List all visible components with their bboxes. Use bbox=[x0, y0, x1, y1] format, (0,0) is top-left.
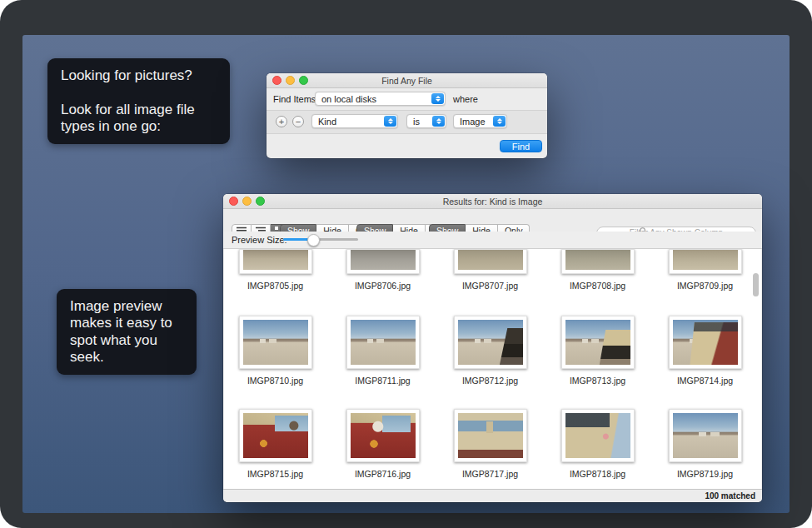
file-thumbnail[interactable] bbox=[561, 316, 635, 369]
file-name: IMGP8708.jpg bbox=[570, 281, 625, 291]
close-button[interactable] bbox=[272, 76, 281, 85]
file-item[interactable]: IMGP8712.jpg bbox=[436, 316, 544, 386]
file-name: IMGP8717.jpg bbox=[462, 469, 518, 479]
thumbnail-image bbox=[243, 250, 308, 270]
file-thumbnail[interactable] bbox=[346, 409, 420, 462]
file-item[interactable]: IMGP8716.jpg bbox=[329, 409, 436, 479]
file-thumbnail[interactable] bbox=[346, 249, 420, 274]
close-button[interactable] bbox=[229, 197, 238, 206]
thumbnail-image bbox=[458, 320, 523, 365]
file-name: IMGP8707.jpg bbox=[462, 281, 518, 291]
value-select[interactable]: Image bbox=[453, 114, 507, 128]
preview-size-bar: Preview Size: bbox=[223, 232, 762, 249]
file-thumbnail[interactable] bbox=[669, 409, 742, 462]
zoom-button[interactable] bbox=[299, 76, 308, 85]
file-item[interactable]: IMGP8706.jpg bbox=[329, 249, 436, 291]
status-bar: 100 matched bbox=[223, 489, 762, 502]
thumbnail-image bbox=[458, 250, 523, 270]
stepper-icon bbox=[431, 93, 444, 104]
match-count: 100 matched bbox=[705, 491, 755, 501]
results-window: Results for: Kind is Image View Show H bbox=[223, 194, 762, 502]
file-item[interactable]: IMGP8708.jpg bbox=[544, 249, 651, 291]
file-thumbnail[interactable] bbox=[239, 409, 312, 462]
preview-size-slider[interactable] bbox=[283, 238, 358, 241]
attribute-select[interactable]: Kind bbox=[311, 114, 398, 128]
file-thumbnail[interactable] bbox=[669, 316, 742, 369]
file-item[interactable]: IMGP8713.jpg bbox=[544, 316, 651, 386]
thumbnail-row: IMGP8710.jpgIMGP8711.jpgIMGP8712.jpgIMGP… bbox=[224, 316, 761, 386]
file-item[interactable]: IMGP8710.jpg bbox=[224, 316, 329, 386]
thumbnail-image bbox=[351, 250, 416, 270]
add-criterion-button[interactable]: + bbox=[276, 116, 287, 127]
thumbnail-image bbox=[673, 250, 738, 270]
criteria-row: + − Kind is Image bbox=[267, 110, 547, 134]
stepper-icon bbox=[432, 116, 445, 127]
file-item[interactable]: IMGP8705.jpg bbox=[224, 249, 329, 291]
window-title: Results for: Kind is Image bbox=[443, 197, 543, 207]
find-any-file-window: Find Any File Find Items on local disks … bbox=[267, 73, 547, 158]
thumbnail-row: IMGP8715.jpgIMGP8716.jpgIMGP8717.jpgIMGP… bbox=[224, 409, 761, 479]
thumbnail-image bbox=[565, 413, 630, 458]
find-button[interactable]: Find bbox=[500, 140, 542, 152]
slider-thumb[interactable] bbox=[307, 234, 320, 247]
minimize-button[interactable] bbox=[242, 197, 252, 206]
thumbnail-image bbox=[351, 413, 416, 458]
file-item[interactable]: IMGP8719.jpg bbox=[651, 409, 759, 479]
remove-criterion-button[interactable]: − bbox=[292, 116, 304, 127]
thumbnail-image bbox=[458, 413, 523, 458]
thumbnail-image bbox=[351, 320, 416, 365]
find-items-label: Find Items bbox=[273, 94, 316, 104]
stepper-icon bbox=[493, 116, 506, 127]
file-name: IMGP8718.jpg bbox=[570, 469, 625, 479]
file-thumbnail[interactable] bbox=[669, 249, 742, 274]
results-content: IMGP8705.jpgIMGP8706.jpgIMGP8707.jpgIMGP… bbox=[224, 249, 761, 489]
results-toolbar: View Show Hide Only Invisibles Show Hide… bbox=[223, 208, 762, 232]
file-item[interactable]: IMGP8718.jpg bbox=[544, 409, 651, 479]
preview-size-label: Preview Size: bbox=[232, 235, 287, 245]
callout-looking-for-pictures: Looking for pictures? Look for all image… bbox=[47, 58, 230, 144]
where-label: where bbox=[453, 94, 478, 104]
stepper-icon bbox=[384, 116, 396, 127]
window-title: Find Any File bbox=[381, 76, 432, 86]
vertical-scrollbar-thumb[interactable] bbox=[753, 273, 759, 296]
traffic-lights bbox=[272, 76, 308, 85]
file-item[interactable]: IMGP8714.jpg bbox=[651, 316, 759, 386]
file-name: IMGP8706.jpg bbox=[355, 281, 411, 291]
plus-icon: + bbox=[279, 117, 284, 127]
file-item[interactable]: IMGP8717.jpg bbox=[436, 409, 544, 479]
file-name: IMGP8714.jpg bbox=[677, 376, 733, 386]
file-item[interactable]: IMGP8715.jpg bbox=[224, 409, 329, 479]
file-thumbnail[interactable] bbox=[561, 409, 635, 462]
thumbnail-image bbox=[673, 413, 738, 458]
operator-select[interactable]: is bbox=[406, 114, 446, 128]
zoom-button[interactable] bbox=[256, 197, 265, 206]
file-thumbnail[interactable] bbox=[561, 249, 635, 274]
minus-icon: − bbox=[296, 117, 301, 127]
results-window-titlebar[interactable]: Results for: Kind is Image bbox=[223, 194, 762, 209]
callout-image-preview: Image preview makes it easy to spot what… bbox=[57, 289, 197, 375]
file-name: IMGP8709.jpg bbox=[677, 281, 733, 291]
file-name: IMGP8715.jpg bbox=[247, 469, 303, 479]
file-name: IMGP8710.jpg bbox=[247, 376, 303, 386]
find-window-titlebar[interactable]: Find Any File bbox=[267, 73, 547, 88]
minimize-button[interactable] bbox=[286, 76, 295, 85]
traffic-lights bbox=[229, 197, 265, 206]
file-name: IMGP8719.jpg bbox=[677, 469, 733, 479]
file-thumbnail[interactable] bbox=[239, 316, 312, 369]
file-name: IMGP8712.jpg bbox=[462, 376, 518, 386]
file-item[interactable]: IMGP8711.jpg bbox=[329, 316, 436, 386]
thumbnail-row: IMGP8705.jpgIMGP8706.jpgIMGP8707.jpgIMGP… bbox=[224, 249, 761, 291]
file-thumbnail[interactable] bbox=[346, 316, 420, 369]
thumbnail-image bbox=[673, 320, 738, 365]
file-thumbnail[interactable] bbox=[454, 249, 527, 274]
file-thumbnail[interactable] bbox=[239, 249, 312, 274]
file-name: IMGP8705.jpg bbox=[247, 281, 303, 291]
thumbnail-image bbox=[565, 320, 630, 365]
thumbnail-image bbox=[243, 320, 308, 365]
file-name: IMGP8716.jpg bbox=[355, 469, 411, 479]
file-thumbnail[interactable] bbox=[454, 316, 527, 369]
file-item[interactable]: IMGP8709.jpg bbox=[651, 249, 759, 291]
scope-select[interactable]: on local disks bbox=[315, 92, 446, 106]
file-item[interactable]: IMGP8707.jpg bbox=[436, 249, 544, 291]
file-thumbnail[interactable] bbox=[454, 409, 527, 462]
